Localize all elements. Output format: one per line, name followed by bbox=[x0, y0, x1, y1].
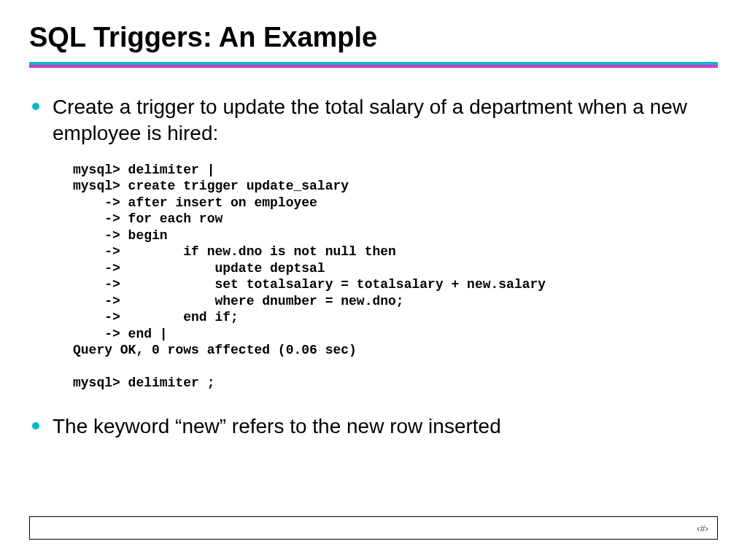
footer-box: ‹#› bbox=[29, 516, 718, 540]
code-block: mysql> delimiter | mysql> create trigger… bbox=[73, 162, 718, 392]
bullet-dot-icon bbox=[32, 422, 39, 429]
bullet-item: Create a trigger to update the total sal… bbox=[29, 94, 718, 147]
bullet-text: Create a trigger to update the total sal… bbox=[53, 94, 718, 147]
bullet-dot-icon bbox=[32, 103, 39, 110]
bullet-item: The keyword “new” refers to the new row … bbox=[29, 413, 718, 440]
page-number: ‹#› bbox=[697, 523, 708, 534]
slide-title: SQL Triggers: An Example bbox=[29, 22, 718, 53]
title-divider bbox=[29, 62, 718, 68]
slide-container: SQL Triggers: An Example Create a trigge… bbox=[0, 0, 747, 440]
bullet-text: The keyword “new” refers to the new row … bbox=[53, 413, 501, 440]
